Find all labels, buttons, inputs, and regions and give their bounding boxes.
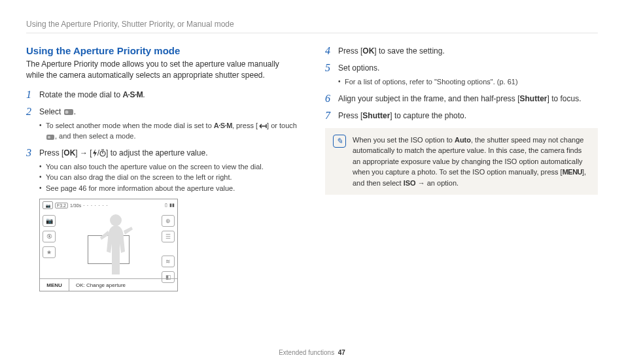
step-number: 2 — [26, 106, 39, 118]
menu-button-icon: MENU — [563, 168, 582, 176]
camera-lcd-illustration: 📷 F3.2 1/30s · · · · · · · ▯ ▮▮ 📷 ⦿ ★ ⊕ … — [39, 199, 178, 291]
step-text: Rotate the mode dial to — [39, 90, 122, 99]
lcd-exposure-scale: · · · · · · · — [83, 203, 108, 208]
lcd-left-icon-2: ⦿ — [43, 231, 56, 242]
step-text: Press [ — [39, 148, 63, 157]
lcd-left-icon-3: ★ — [43, 246, 56, 258]
right-column: 4 Press [OK] to save the setting. 5 Set … — [325, 45, 598, 291]
step-2-sub: To select another mode when the mode dia… — [39, 120, 299, 142]
step-number: 7 — [325, 110, 338, 122]
ok-button-icon: OK — [63, 148, 75, 157]
intro-text: The Aperture Priority mode allows you to… — [26, 59, 299, 81]
note-box: ✎ When you set the ISO option to Auto, t… — [325, 128, 598, 195]
step-text: Select — [39, 107, 63, 116]
lcd-shutter-value: 1/30s — [70, 203, 81, 208]
footer-section: Extended functions — [279, 349, 334, 356]
page-header: Using the Aperture Priority, Shutter Pri… — [26, 20, 598, 33]
step-number: 3 — [26, 147, 39, 159]
step-7: 7 Press [Shutter] to capture the photo. — [325, 110, 598, 122]
lcd-right-icon-1: ⊕ — [162, 215, 175, 227]
step-3-sub-2: You can also drag the dial on the screen… — [39, 172, 299, 183]
step-text: . — [143, 90, 145, 99]
step-3-sub-3: See page 46 for more information about t… — [39, 183, 299, 194]
section-title: Using the Aperture Priority mode — [26, 45, 299, 56]
iso-label: ISO — [404, 179, 416, 187]
mode-touch-icon — [46, 133, 55, 141]
step-number: 4 — [325, 45, 338, 57]
lcd-aperture-value: F3.2 — [55, 203, 68, 208]
note-text: When you set the ISO option to Auto, the… — [353, 135, 590, 189]
svg-point-1 — [65, 110, 68, 114]
lcd-mode-icon: 📷 — [43, 201, 53, 209]
lcd-message: OK: Change aperture — [69, 282, 126, 288]
step-2: 2 Select . To select another mode when t… — [26, 106, 299, 142]
flash-icon — [92, 149, 97, 157]
page-footer: Extended functions 47 — [0, 349, 624, 356]
step-text: . — [74, 107, 76, 116]
shutter-label: Shutter — [519, 94, 547, 103]
timer-icon — [99, 149, 106, 157]
aperture-mode-icon — [63, 108, 74, 116]
lcd-left-icon-1: 📷 — [43, 215, 56, 227]
step-number: 5 — [325, 62, 338, 74]
step-text: Set options. — [338, 63, 379, 73]
step-number: 6 — [325, 93, 338, 105]
step-5-sub: For a list of options, refer to "Shootin… — [338, 76, 598, 88]
footer-page-number: 47 — [338, 349, 345, 356]
ok-button-icon: OK — [362, 46, 374, 56]
auto-label: Auto — [455, 136, 471, 144]
lcd-subject-silhouette — [96, 212, 135, 278]
asm-icon: A·S·M — [214, 122, 232, 129]
lcd-storage-icon: ▯ — [165, 203, 167, 208]
svg-point-3 — [48, 136, 50, 139]
lcd-right-icon-2: ☰ — [162, 231, 175, 242]
step-3: 3 Press [OK] → [/] to adjust the apertur… — [26, 147, 299, 194]
step-3-sub-1: You can also touch the aperture value on… — [39, 161, 299, 173]
svg-point-5 — [110, 214, 122, 226]
left-column: Using the Aperture Priority mode The Ape… — [26, 45, 299, 291]
shutter-label: Shutter — [362, 111, 390, 120]
lcd-right-icon-3: ≋ — [162, 256, 175, 267]
step-4: 4 Press [OK] to save the setting. — [325, 45, 598, 57]
lcd-battery-icon: ▮▮ — [169, 203, 175, 208]
step-1: 1 Rotate the mode dial to A·S·M. — [26, 89, 299, 101]
back-icon — [258, 122, 267, 130]
step-5: 5 Set options. For a list of options, re… — [325, 62, 598, 88]
step-6: 6 Align your subject in the frame, and t… — [325, 93, 598, 105]
asm-icon: A·S·M — [122, 90, 143, 99]
note-icon: ✎ — [333, 135, 346, 148]
step-number: 1 — [26, 89, 39, 101]
lcd-menu-button: MENU — [40, 279, 69, 291]
